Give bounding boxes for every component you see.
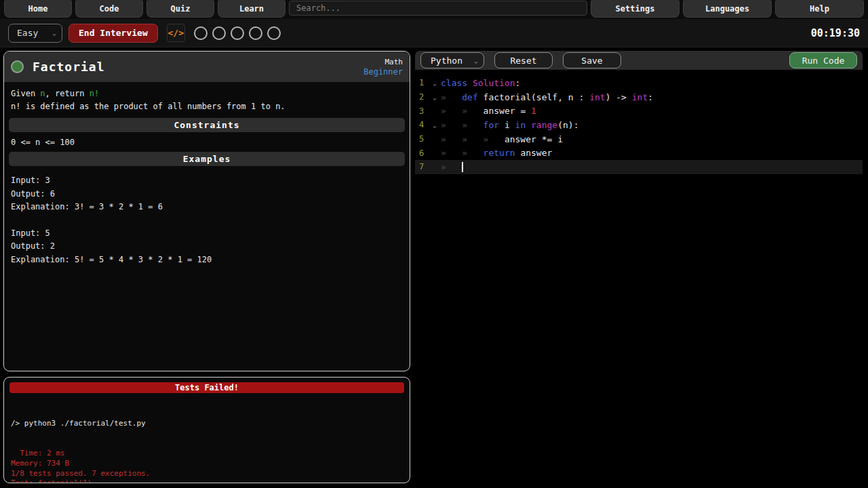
- progress-circle: [231, 26, 244, 40]
- description-line: Given n, return n!: [11, 87, 403, 100]
- nav-tab-quiz[interactable]: Quiz: [146, 0, 214, 18]
- description-text: n!: [90, 89, 99, 98]
- code-token: [526, 120, 531, 130]
- line-number: 4: [415, 120, 429, 129]
- code-icon: </>: [167, 24, 185, 42]
- example-line: Explanation: 5! = 5 * 4 * 3 * 2 * 1 = 12…: [11, 253, 403, 267]
- examples-header: Examples: [9, 152, 405, 166]
- code-editor[interactable]: 1⌄class Solution:2⌄»def factorial(self, …: [415, 70, 863, 488]
- description-text: Given: [11, 89, 40, 98]
- language-select[interactable]: Python ⌄: [420, 52, 484, 68]
- code-token: range: [531, 120, 557, 130]
- code-token: (n):: [557, 120, 578, 130]
- code-token: def: [462, 92, 477, 102]
- code-token: [467, 78, 473, 88]
- code-token: class: [441, 78, 467, 88]
- line-number: 2: [415, 92, 429, 102]
- code-line-3[interactable]: 3»»answer = 1: [415, 104, 863, 118]
- problem-panel: Factorial Math Beginner Given n, return …: [3, 51, 410, 371]
- console-output-line: 1/8 tests passed. 7 exceptions.: [11, 469, 403, 479]
- end-interview-button[interactable]: End Interview: [68, 24, 158, 43]
- indent-marker: »: [462, 120, 483, 130]
- line-number: 1: [415, 78, 429, 87]
- indent-marker: »: [441, 162, 462, 172]
- problem-category: Math: [363, 57, 403, 67]
- indent-marker: »: [441, 106, 462, 116]
- interview-toolbar: Easy ⌄ End Interview </> 00:19:30: [0, 19, 868, 47]
- problem-column: Factorial Math Beginner Given n, return …: [3, 51, 410, 488]
- code-line-2[interactable]: 2⌄»def factorial(self, n : int) -> int:: [415, 90, 863, 104]
- example-line: Output: 2: [11, 240, 403, 253]
- code-line-6[interactable]: 6»»return answer: [415, 146, 863, 160]
- editor-column: Python ⌄ Reset Save Run Code 1⌄class Sol…: [415, 51, 863, 488]
- code-text: »»return answer: [441, 148, 552, 158]
- examples-list: Input: 3Output: 6Explanation: 3! = 3 * 2…: [4, 169, 410, 271]
- console-output-line: Test: factorial(1): [11, 479, 403, 483]
- constraint-text: 0 <= n <= 100: [4, 136, 410, 148]
- example-line: Explanation: 3! = 3 * 2 * 1 = 6: [11, 201, 403, 214]
- code-text: »»»answer *= i: [441, 134, 563, 144]
- example-line: Input: 3: [11, 174, 403, 188]
- code-token: for: [484, 120, 499, 130]
- nav-tab-learn[interactable]: Learn: [218, 0, 285, 18]
- code-token: int: [589, 92, 605, 102]
- description-text: n! is defined as the product of all numb…: [11, 102, 285, 111]
- reset-button[interactable]: Reset: [494, 52, 553, 68]
- nav-tab-code[interactable]: Code: [75, 0, 143, 18]
- nav-tab-settings[interactable]: Settings: [591, 0, 679, 18]
- search-input[interactable]: [289, 1, 587, 16]
- nav-tab-home[interactable]: Home: [4, 0, 72, 18]
- test-results-panel: Tests Failed! /> python3 ./factorial/tes…: [3, 377, 410, 483]
- nav-tab-help[interactable]: Help: [775, 0, 864, 18]
- problem-header: Factorial Math Beginner: [4, 52, 410, 82]
- code-line-4[interactable]: 4⌄»»for i in range(n):: [415, 118, 863, 132]
- code-token: return: [484, 148, 515, 158]
- chevron-down-icon: ⌄: [52, 29, 56, 37]
- code-token: factorial(self, n :: [478, 92, 589, 102]
- indent-marker: »: [441, 92, 462, 102]
- line-number: 6: [415, 148, 429, 158]
- progress-circle: [194, 26, 208, 40]
- code-text: class Solution:: [441, 78, 520, 88]
- line-number: 7: [415, 162, 429, 171]
- example-block: Input: 3Output: 6Explanation: 3! = 3 * 2…: [11, 174, 403, 214]
- code-token: i: [499, 120, 515, 130]
- code-token: :: [648, 92, 653, 102]
- save-button[interactable]: Save: [563, 52, 621, 68]
- example-line: Input: 5: [11, 227, 403, 241]
- problem-description: Given n, return n!n! is defined as the p…: [4, 82, 410, 115]
- nav-tab-languages[interactable]: Languages: [683, 0, 772, 18]
- code-text: »»for i in range(n):: [441, 120, 579, 130]
- fold-chevron-icon[interactable]: ⌄: [429, 79, 441, 87]
- indent-marker: »: [441, 134, 462, 144]
- code-token: Solution: [473, 78, 515, 88]
- code-text: »: [441, 162, 463, 172]
- fold-chevron-icon[interactable]: ⌄: [429, 94, 441, 101]
- interview-timer: 00:19:30: [811, 27, 860, 39]
- example-line: Output: 6: [11, 188, 403, 201]
- code-line-1[interactable]: 1⌄class Solution:: [415, 76, 863, 90]
- description-line: n! is defined as the product of all numb…: [11, 100, 403, 113]
- code-line-7[interactable]: 7»: [415, 160, 863, 174]
- language-value: Python: [431, 54, 462, 68]
- difficulty-select[interactable]: Easy ⌄: [8, 24, 62, 43]
- fold-chevron-icon[interactable]: ⌄: [429, 121, 441, 129]
- description-text: , return: [45, 89, 90, 98]
- problem-difficulty: Beginner: [363, 67, 403, 77]
- run-code-button[interactable]: Run Code: [789, 52, 857, 68]
- code-token: answer: [515, 148, 553, 158]
- line-number: 3: [415, 106, 429, 116]
- code-line-5[interactable]: 5»»»answer *= i: [415, 132, 863, 146]
- test-console: /> python3 ./factorial/test.py Time: 2 m…: [4, 398, 410, 483]
- console-output-line: Time: 2 ms: [11, 449, 403, 459]
- progress-circle: [212, 26, 226, 40]
- code-text: »»answer = 1: [441, 106, 536, 116]
- code-text: »def factorial(self, n : int) -> int:: [441, 92, 653, 102]
- top-nav-bar: HomeCodeQuizLearn SettingsLanguagesHelp: [0, 0, 868, 19]
- code-token: int: [632, 92, 648, 102]
- tests-failed-banner: Tests Failed!: [9, 382, 404, 393]
- chevron-down-icon: ⌄: [474, 54, 478, 68]
- problem-meta: Math Beginner: [363, 57, 403, 77]
- console-command: /> python3 ./factorial/test.py: [11, 419, 403, 429]
- code-token: answer *= i: [505, 134, 563, 144]
